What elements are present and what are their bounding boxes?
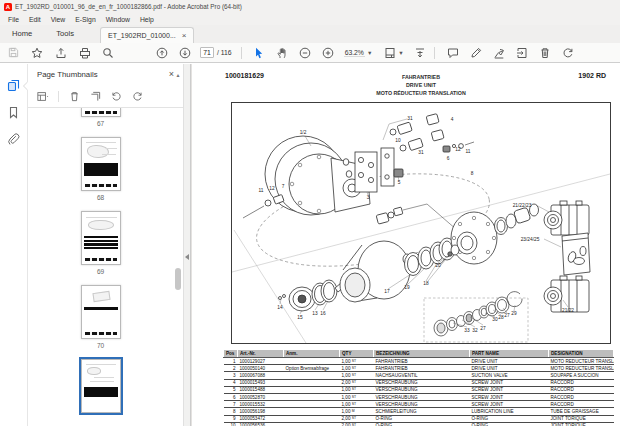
tab-tools[interactable]: Tools [44, 25, 86, 43]
column-header: BEZEICHNUNG [374, 350, 470, 358]
rotate-left-icon[interactable] [110, 90, 122, 102]
thumbnail-number[interactable]: 70 [97, 342, 104, 349]
table-cell: 1000015488 [238, 386, 284, 393]
tab-document[interactable]: ET_1902RD_01000... × [100, 27, 194, 43]
menu-e-sign[interactable]: E-Sign [70, 16, 100, 23]
table-cell [284, 393, 340, 400]
bookmarks-rail-icon[interactable] [7, 105, 21, 119]
previous-page-icon[interactable] [156, 47, 168, 59]
table-cell: 1,00 ST [340, 393, 374, 400]
table-cell: SCREW JOINT [470, 393, 549, 400]
tab-home[interactable]: Home [0, 25, 44, 43]
resize-pages-icon[interactable] [89, 90, 101, 102]
diagram-callout-label: 27 [480, 326, 486, 331]
table-cell: 7 [224, 401, 238, 408]
qty-unit: ST [352, 359, 356, 363]
table-row: 410000154932,00 STVERSCHRAUBUNGSCREW JOI… [224, 379, 614, 386]
select-tool-icon[interactable] [253, 47, 265, 59]
menu-bar: FileEditViewE-SignWindowHelp [0, 13, 620, 25]
parts-table-header: PosArt.-Nr.Anm.QTYBEZEICHNUNGPART NAMEDE… [224, 350, 614, 358]
qty-unit: ST [352, 373, 356, 377]
tab-bar: Home Tools ET_1902RD_01000... × [0, 25, 620, 43]
sign-nib-icon[interactable] [493, 47, 505, 59]
table-cell: 9 [224, 415, 238, 422]
table-row: 710000155321,00 STVERSCHRAUBUNGSCREW JOI… [224, 401, 614, 408]
pencil-edit-icon[interactable] [470, 47, 482, 59]
thumbnail-page-70[interactable] [81, 285, 121, 339]
model-number: 1902 RD [578, 72, 606, 79]
table-cell: Option Bremsabfrage [284, 365, 340, 372]
table-cell: JOINT TORIQUE [549, 422, 614, 426]
search-icon[interactable] [102, 47, 114, 59]
collapse-panel-icon[interactable] [185, 254, 189, 260]
close-tab-icon[interactable]: × [182, 32, 187, 40]
star-icon[interactable] [31, 47, 43, 59]
table-cell: O-RING [470, 422, 549, 426]
table-cell: 1,00 M [340, 408, 374, 415]
page-number-input[interactable]: 71 [200, 47, 214, 58]
rotate-icon[interactable] [562, 47, 574, 59]
panel-delete-icon[interactable] [68, 90, 80, 102]
diagram-callout-label: 14 [277, 305, 283, 310]
table-cell: RACCORD [549, 379, 614, 386]
scrollbar-up-icon[interactable]: ▲ [174, 71, 182, 79]
scrollbar-thumb[interactable] [175, 268, 181, 290]
table-cell: RACCORD [549, 386, 614, 393]
thumbnail-page-68[interactable] [81, 137, 121, 191]
menu-help[interactable]: Help [135, 16, 159, 23]
print-icon[interactable] [79, 47, 91, 59]
page-display-caret-icon[interactable]: ▼ [398, 50, 403, 56]
zoom-level-value[interactable]: 63.2% [344, 49, 365, 57]
table-cell: RACCORD [549, 393, 614, 400]
panel-splitter[interactable] [183, 64, 191, 426]
acrobat-logo-icon: A [4, 3, 12, 11]
comment-icon[interactable] [447, 47, 459, 59]
thumbnail-page-67[interactable] [81, 108, 121, 117]
zoom-in-icon[interactable] [322, 47, 334, 59]
table-cell: NACHSAUGVENTIL [374, 372, 470, 379]
table-cell: 1000050140 [238, 365, 284, 372]
table-cell: 1 [224, 358, 238, 365]
export-stamp-icon[interactable] [516, 47, 528, 59]
page-thumbnails-rail-icon[interactable] [7, 78, 21, 92]
thumbnail-page-69[interactable] [81, 211, 121, 265]
share-icon[interactable] [55, 47, 67, 59]
table-cell: 1,00 ST [340, 386, 374, 393]
thumbnail-page-71-selected[interactable] [81, 359, 121, 413]
thumbnail-number[interactable]: 67 [97, 120, 104, 127]
thumbnail-options-icon[interactable] [37, 90, 49, 102]
save-icon[interactable] [7, 47, 19, 59]
diagram-callout-label: 32 [472, 328, 478, 333]
table-cell: SOUPAPE A SUCCION [549, 372, 614, 379]
menu-edit[interactable]: Edit [24, 16, 46, 23]
title-english: DRIVE UNIT [231, 81, 611, 89]
scroll-mode-icon[interactable] [414, 47, 426, 59]
rotate-right-icon[interactable] [131, 90, 143, 102]
thumbnail-number[interactable]: 68 [97, 194, 104, 201]
diagram-callout-label: 31 [407, 116, 413, 121]
table-cell: 4 [224, 379, 238, 386]
thumbnail-number[interactable]: 69 [97, 268, 104, 275]
table-cell: VERSCHRAUBUNG [374, 386, 470, 393]
zoom-dropdown-caret-icon[interactable]: ▼ [367, 50, 372, 56]
hand-tool-icon[interactable] [276, 47, 288, 59]
table-cell: 1,00 ST [340, 358, 374, 365]
table-cell: 1000015532 [238, 401, 284, 408]
diagram-callout-label: 10 [395, 138, 401, 143]
table-row: 310000670881,00 STNACHSAUGVENTILSUCTION … [224, 372, 614, 379]
delete-pages-icon[interactable] [539, 47, 551, 59]
diagram-callout-label: 23/24/25 [521, 237, 540, 242]
menu-view[interactable]: View [46, 16, 71, 23]
next-page-icon[interactable] [179, 47, 191, 59]
menu-file[interactable]: File [3, 16, 24, 23]
page-display-icon[interactable] [384, 47, 396, 59]
toolbar-divider [241, 47, 242, 59]
thumbnail-list: 67 68 [28, 108, 173, 426]
title-german: FAHRANTRIEB [231, 73, 611, 81]
zoom-out-icon[interactable] [299, 47, 311, 59]
table-cell: O-RING [374, 415, 470, 422]
diagram-callout-label: 15 [297, 315, 303, 320]
menu-window[interactable]: Window [101, 16, 135, 23]
attachments-rail-icon[interactable] [7, 132, 21, 146]
table-cell: 6 [224, 393, 238, 400]
